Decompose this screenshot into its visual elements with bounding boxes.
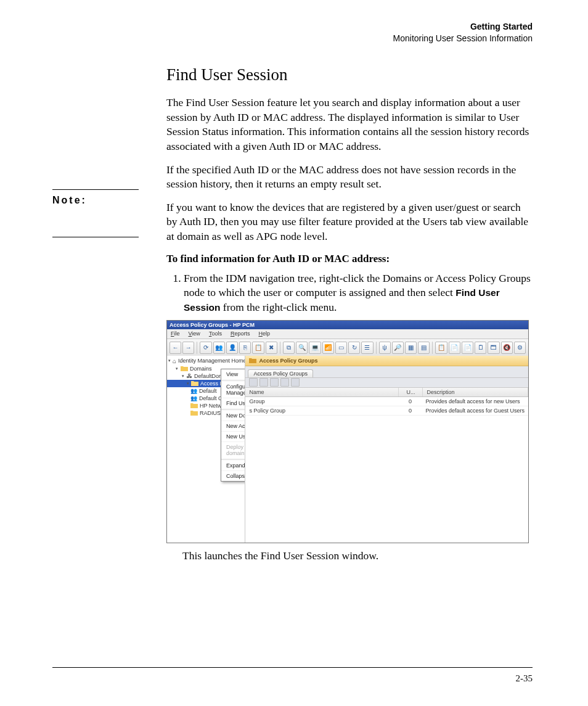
section-heading: Find User Session bbox=[166, 65, 533, 84]
forward-icon[interactable]: → bbox=[182, 342, 194, 354]
context-menu-item[interactable]: Find User Session... bbox=[221, 398, 245, 409]
context-menu: ViewConfigure Identity Management...Find… bbox=[221, 369, 245, 482]
folder-icon bbox=[190, 410, 198, 416]
context-menu-item[interactable]: New User... bbox=[221, 432, 245, 442]
app-menubar: File View Tools Reports Help bbox=[167, 329, 528, 339]
doc2-icon[interactable]: 📄 bbox=[462, 342, 473, 354]
folder-icon bbox=[249, 358, 256, 364]
folder-icon bbox=[181, 366, 188, 372]
home-icon: ⌂ bbox=[173, 358, 176, 364]
domain-icon: 🖧 bbox=[187, 373, 192, 379]
menu-separator bbox=[221, 380, 245, 381]
procedure-step-1: From the IDM navigation tree, right-clic… bbox=[184, 271, 533, 315]
mini-toolbar-button[interactable] bbox=[249, 378, 258, 387]
menu-tools[interactable]: Tools bbox=[209, 329, 222, 339]
mini-toolbar bbox=[245, 378, 528, 388]
usb-icon[interactable]: ψ bbox=[379, 342, 391, 354]
breadcrumb-text: Access Policy Groups bbox=[259, 358, 317, 364]
tree-root-label: Identity Management Home bbox=[178, 358, 245, 364]
menu-file[interactable]: File bbox=[171, 329, 180, 339]
stack-icon[interactable]: ☰ bbox=[361, 342, 373, 354]
find-icon[interactable]: 🔍 bbox=[296, 342, 308, 354]
note-icon[interactable]: 🗒 bbox=[475, 342, 486, 354]
tab-label: Access Policy Groups bbox=[253, 371, 308, 377]
back-icon[interactable]: ← bbox=[169, 342, 181, 354]
context-menu-item[interactable]: View bbox=[221, 369, 245, 380]
mini-toolbar-button[interactable] bbox=[270, 378, 279, 387]
mini-toolbar-button[interactable] bbox=[259, 378, 268, 387]
header-line1: Getting Started bbox=[393, 21, 533, 33]
menu-help[interactable]: Help bbox=[258, 329, 270, 339]
context-menu-item[interactable]: Collapse bbox=[221, 471, 245, 481]
context-menu-item[interactable]: Configure Identity Management... bbox=[221, 382, 245, 398]
tree-item-label: Default bbox=[199, 388, 217, 394]
col-users[interactable]: U... bbox=[399, 388, 423, 396]
cell-users: 0 bbox=[398, 397, 422, 406]
table-icon[interactable]: ▤ bbox=[418, 342, 430, 354]
footer-rule bbox=[52, 667, 533, 668]
tree-item-label: Default C bbox=[199, 395, 223, 401]
intro-paragraph-1: The Find User Session feature let you se… bbox=[166, 96, 533, 154]
app-toolbar: ←→⟳👥👤⎘📋✖⧉🔍💻📶▭↻☰ψ🔎▦▤📋📄📄🗒🗔🔇⚙ bbox=[167, 339, 528, 357]
paste-icon[interactable]: 📋 bbox=[252, 342, 264, 354]
port-icon[interactable]: ▭ bbox=[335, 342, 347, 354]
switch-icon[interactable]: ⧉ bbox=[283, 342, 295, 354]
context-menu-item: Deploy current policy to this domain bbox=[221, 442, 245, 459]
cell-name: s Policy Group bbox=[245, 406, 398, 415]
menu-separator bbox=[221, 459, 245, 460]
toolbar-separator bbox=[280, 342, 280, 354]
col-description[interactable]: Description bbox=[423, 388, 528, 396]
toolbar-separator bbox=[376, 342, 377, 354]
header-line2: Monitoring User Session Information bbox=[393, 33, 533, 44]
delete-icon[interactable]: ✖ bbox=[266, 342, 277, 354]
users-icon[interactable]: 👥 bbox=[213, 342, 225, 354]
menu-reports[interactable]: Reports bbox=[231, 329, 250, 339]
mute-icon[interactable]: 🔇 bbox=[501, 342, 513, 354]
chevron-down-icon: ▾ bbox=[181, 374, 185, 379]
table-header: Name U... Description bbox=[245, 388, 528, 397]
note-rule-bottom bbox=[52, 237, 139, 237]
table-row[interactable]: Group0Provides default access for new Us… bbox=[245, 397, 528, 406]
user-icon[interactable]: 👤 bbox=[226, 342, 238, 354]
table-row[interactable]: s Policy Group0Provides default access f… bbox=[245, 406, 528, 416]
window-icon[interactable]: 🗔 bbox=[488, 342, 499, 354]
tree-root[interactable]: ▾ ⌂ Identity Management Home bbox=[167, 357, 245, 365]
context-menu-item[interactable]: New Domain... bbox=[221, 411, 245, 421]
clipboard-icon[interactable]: 📋 bbox=[435, 342, 447, 354]
toolbar-separator bbox=[432, 342, 433, 354]
context-menu-item[interactable]: Expand bbox=[221, 461, 245, 471]
toolbar-separator bbox=[197, 342, 197, 354]
tab-access-policy-groups[interactable]: Access Policy Groups bbox=[248, 369, 313, 377]
note-paragraph: If you want to know the devices that are… bbox=[166, 200, 533, 244]
after-figure-text: This launches the Find User Session wind… bbox=[182, 549, 533, 562]
menu-view[interactable]: View bbox=[189, 329, 200, 339]
devices-icon[interactable]: 💻 bbox=[309, 342, 321, 354]
context-menu-item[interactable]: New Access Policy Group... bbox=[221, 421, 245, 432]
gear-icon[interactable]: ⚙ bbox=[514, 342, 526, 354]
folder-icon bbox=[190, 403, 198, 409]
chevron-down-icon: ▾ bbox=[168, 358, 171, 363]
col-name[interactable]: Name bbox=[245, 388, 399, 396]
menu-separator bbox=[221, 409, 245, 410]
search-icon[interactable]: 🔎 bbox=[392, 342, 404, 354]
content-pane: Access Policy Groups Access Policy Group… bbox=[245, 356, 528, 543]
mini-toolbar-button[interactable] bbox=[280, 378, 289, 387]
app-titlebar: Access Policy Groups - HP PCM bbox=[167, 321, 528, 329]
wifi-icon[interactable]: 📶 bbox=[322, 342, 334, 354]
refresh-icon[interactable]: ⟳ bbox=[200, 342, 211, 354]
breadcrumb-bar: Access Policy Groups bbox=[245, 356, 528, 366]
tree-domains-label: Domains bbox=[190, 366, 212, 372]
chevron-down-icon: ▾ bbox=[174, 366, 179, 371]
folder-icon bbox=[191, 380, 198, 387]
chevron-down-icon: ▾ bbox=[187, 381, 189, 386]
grid-icon[interactable]: ▦ bbox=[405, 342, 417, 354]
note-rule-top bbox=[52, 189, 139, 190]
running-header: Getting Started Monitoring User Session … bbox=[393, 21, 533, 44]
group-icon: 👥 bbox=[190, 395, 197, 401]
app-screenshot: Access Policy Groups - HP PCM File View … bbox=[166, 320, 529, 543]
copy-icon[interactable]: ⎘ bbox=[239, 342, 251, 354]
procedure-list: From the IDM navigation tree, right-clic… bbox=[166, 271, 533, 315]
mini-toolbar-button[interactable] bbox=[291, 378, 300, 387]
sync-icon[interactable]: ↻ bbox=[348, 342, 360, 354]
doc-icon[interactable]: 📄 bbox=[449, 342, 460, 354]
